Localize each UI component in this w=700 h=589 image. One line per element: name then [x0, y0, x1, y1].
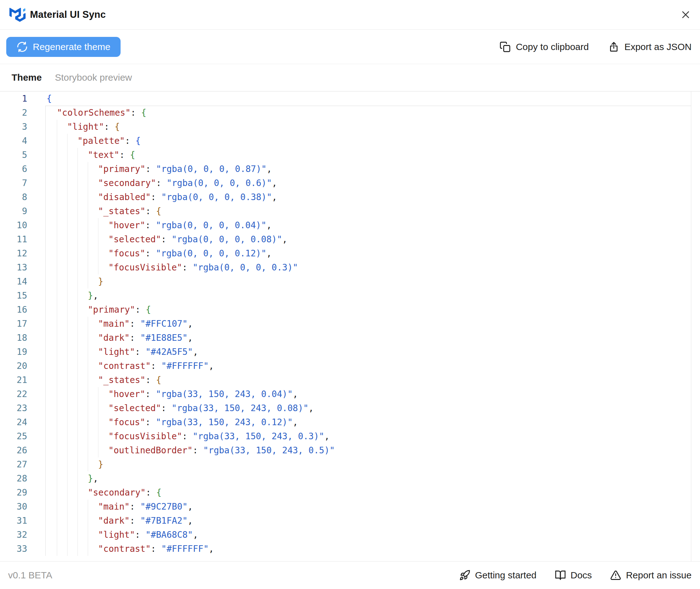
code-line: 33"contrast": "#FFFFFF", — [0, 542, 691, 556]
code-line: 29"secondary": { — [0, 485, 691, 500]
tab-bar: Theme Storybook preview — [0, 64, 700, 91]
code-line-content[interactable]: "_states": { — [46, 204, 691, 218]
line-number: 9 — [0, 204, 46, 218]
code-line-content[interactable]: "secondary": { — [46, 485, 691, 500]
code-line-content[interactable]: "primary": "rgba(0, 0, 0, 0.87)", — [46, 162, 691, 176]
report-issue-link[interactable]: Report an issue — [610, 570, 692, 581]
code-line-content[interactable]: "focusVisible": "rgba(0, 0, 0, 0.3)" — [46, 260, 691, 274]
code-line-content[interactable]: "hover": "rgba(0, 0, 0, 0.04)", — [46, 218, 691, 232]
code-line-content[interactable]: "palette": { — [46, 134, 691, 148]
code-line-content[interactable]: "text": { — [46, 148, 691, 162]
code-line: 22"hover": "rgba(33, 150, 243, 0.04)", — [0, 387, 691, 401]
code-line: 16"primary": { — [0, 303, 691, 317]
code-line-content[interactable]: }, — [46, 471, 691, 485]
line-number: 21 — [0, 373, 46, 387]
rocket-icon — [459, 570, 470, 581]
copy-to-clipboard-button[interactable]: Copy to clipboard — [499, 41, 589, 52]
code-line: 7"secondary": "rgba(0, 0, 0, 0.6)", — [0, 176, 691, 190]
code-line: 32"light": "#BA68C8", — [0, 528, 691, 542]
code-line-content[interactable]: "focus": "rgba(33, 150, 243, 0.12)", — [46, 415, 691, 429]
code-line: 15}, — [0, 288, 691, 303]
toolbar: Regenerate theme Copy to clipboard Expor… — [0, 30, 700, 64]
line-number: 29 — [0, 485, 46, 500]
book-icon — [555, 570, 566, 581]
theme-json-editor[interactable]: 1{2"colorSchemes": {3"light": {4"palette… — [0, 91, 700, 561]
getting-started-link[interactable]: Getting started — [459, 570, 537, 581]
code-line-content[interactable]: "dark": "#7B1FA2", — [46, 514, 691, 528]
close-button[interactable] — [679, 8, 693, 22]
line-number: 18 — [0, 331, 46, 345]
mui-logo-icon — [9, 7, 26, 22]
scrollbar-track[interactable] — [691, 91, 691, 561]
code-line-content[interactable]: "focus": "rgba(0, 0, 0, 0.12)", — [46, 246, 691, 260]
code-line: 17"main": "#FFC107", — [0, 317, 691, 331]
line-number: 13 — [0, 260, 46, 274]
code-line: 25"focusVisible": "rgba(33, 150, 243, 0.… — [0, 429, 691, 443]
code-line: 5"text": { — [0, 148, 691, 162]
code-line-content[interactable]: "selected": "rgba(33, 150, 243, 0.08)", — [46, 401, 691, 415]
code-line: 20"contrast": "#FFFFFF", — [0, 359, 691, 373]
code-line: 23"selected": "rgba(33, 150, 243, 0.08)"… — [0, 401, 691, 415]
code-line-content[interactable]: { — [46, 91, 691, 106]
code-line: 26"outlinedBorder": "rgba(33, 150, 243, … — [0, 443, 691, 457]
line-number: 28 — [0, 471, 46, 485]
code-line-content[interactable]: "contrast": "#FFFFFF", — [46, 542, 691, 556]
line-number: 26 — [0, 443, 46, 457]
line-number: 3 — [0, 120, 46, 134]
line-number: 8 — [0, 190, 46, 204]
copy-to-clipboard-label: Copy to clipboard — [516, 42, 589, 52]
code-line-content[interactable]: "outlinedBorder": "rgba(33, 150, 243, 0.… — [46, 443, 691, 457]
code-line-content[interactable]: } — [46, 457, 691, 471]
report-issue-label: Report an issue — [626, 570, 692, 581]
docs-link[interactable]: Docs — [555, 570, 592, 581]
code-line-content[interactable]: "main": "#FFC107", — [46, 317, 691, 331]
line-number: 15 — [0, 288, 46, 303]
export-as-json-button[interactable]: Export as JSON — [608, 41, 692, 52]
sync-icon — [16, 41, 28, 53]
code-line-content[interactable]: "hover": "rgba(33, 150, 243, 0.04)", — [46, 387, 691, 401]
line-number: 22 — [0, 387, 46, 401]
code-line: 31"dark": "#7B1FA2", — [0, 514, 691, 528]
code-line: 21"_states": { — [0, 373, 691, 387]
code-line: 10"hover": "rgba(0, 0, 0, 0.04)", — [0, 218, 691, 232]
tab-storybook-preview[interactable]: Storybook preview — [55, 72, 132, 83]
code-line-content[interactable]: }, — [46, 288, 691, 303]
code-line: 2"colorSchemes": { — [0, 106, 691, 120]
line-number: 17 — [0, 317, 46, 331]
code-line-content[interactable]: "_states": { — [46, 373, 691, 387]
code-line-content[interactable]: "dark": "#1E88E5", — [46, 331, 691, 345]
getting-started-label: Getting started — [475, 570, 537, 581]
code-line-content[interactable]: "main": "#9C27B0", — [46, 500, 691, 514]
copy-icon — [499, 41, 511, 52]
code-line: 1{ — [0, 91, 691, 106]
code-line-content[interactable]: "contrast": "#FFFFFF", — [46, 359, 691, 373]
code-line-content[interactable]: "secondary": "rgba(0, 0, 0, 0.6)", — [46, 176, 691, 190]
regenerate-theme-label: Regenerate theme — [33, 42, 110, 52]
export-icon — [608, 41, 619, 52]
code-line: 12"focus": "rgba(0, 0, 0, 0.12)", — [0, 246, 691, 260]
export-as-json-label: Export as JSON — [624, 42, 692, 52]
line-number: 30 — [0, 500, 46, 514]
code-line-content[interactable]: } — [46, 274, 691, 288]
line-number: 12 — [0, 246, 46, 260]
code-line-content[interactable]: "focusVisible": "rgba(33, 150, 243, 0.3)… — [46, 429, 691, 443]
code-line-content[interactable]: "light": { — [46, 120, 691, 134]
code-line: 13"focusVisible": "rgba(0, 0, 0, 0.3)" — [0, 260, 691, 274]
close-icon — [680, 9, 692, 21]
code-line-content[interactable]: "primary": { — [46, 303, 691, 317]
code-line: 3"light": { — [0, 120, 691, 134]
line-number: 10 — [0, 218, 46, 232]
code-line-content[interactable]: "light": "#42A5F5", — [46, 345, 691, 359]
code-line-content[interactable]: "colorSchemes": { — [46, 106, 691, 120]
code-line-content[interactable]: "light": "#BA68C8", — [46, 528, 691, 542]
version-label: v0.1 BETA — [8, 570, 52, 581]
line-number: 7 — [0, 176, 46, 190]
code-line-content[interactable]: "disabled": "rgba(0, 0, 0, 0.38)", — [46, 190, 691, 204]
code-line-content[interactable]: "selected": "rgba(0, 0, 0, 0.08)", — [46, 232, 691, 246]
line-number: 6 — [0, 162, 46, 176]
code-line: 30"main": "#9C27B0", — [0, 500, 691, 514]
regenerate-theme-button[interactable]: Regenerate theme — [6, 37, 120, 57]
code-line: 28}, — [0, 471, 691, 485]
tab-theme[interactable]: Theme — [12, 72, 42, 83]
code-line: 14} — [0, 274, 691, 288]
